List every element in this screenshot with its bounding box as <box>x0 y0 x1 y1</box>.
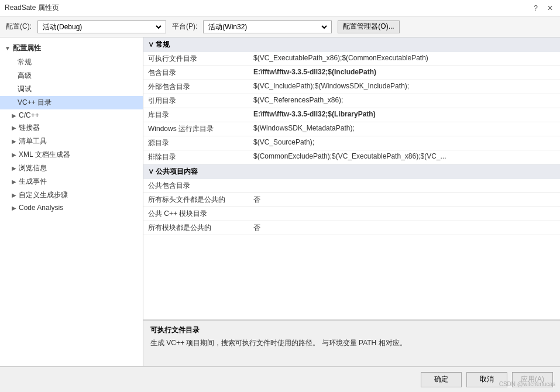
prop-value-include: E:\fftw\fftw-3.3.5-dll32;$(IncludePath) <box>249 66 560 80</box>
description-text: 生成 VC++ 项目期间，搜索可执行文件时使用的路径。 与环境变量 PATH 相… <box>150 338 553 349</box>
description-panel: 可执行文件目录 生成 VC++ 项目期间，搜索可执行文件时使用的路径。 与环境变… <box>143 319 560 366</box>
code-analysis-chevron: ▶ <box>12 205 16 211</box>
prop-name-exclude: 排除目录 <box>143 150 249 164</box>
ok-button[interactable]: 确定 <box>421 372 462 387</box>
description-title: 可执行文件目录 <box>150 325 553 335</box>
right-panel: ∨ 常规 可执行文件目录 $(VC_ExecutablePath_x86);$(… <box>143 37 560 366</box>
xml-chevron: ▶ <box>12 152 16 158</box>
config-select[interactable]: 活动(Debug) <box>40 22 163 32</box>
browse-chevron: ▶ <box>12 165 16 171</box>
build-chevron: ▶ <box>12 178 16 185</box>
sidebar-item-vcpp-dirs[interactable]: VC++ 目录 <box>0 96 143 109</box>
prop-name-all-modules: 所有模块都是公共的 <box>143 221 249 235</box>
main-content: ▼ 配置属性 常规 高级 调试 VC++ 目录 ▶ C/C++ ▶ 链接器 ▶ … <box>0 37 560 366</box>
config-dropdown[interactable]: 活动(Debug) <box>37 20 166 33</box>
prop-value-source: $(VC_SourcePath); <box>249 136 560 150</box>
prop-name-pub-module: 公共 C++ 模块目录 <box>143 207 249 221</box>
title-bar: ReadSate 属性页 ? ✕ <box>0 0 560 16</box>
prop-value-pub-include <box>249 179 560 193</box>
sidebar-item-debug[interactable]: 调试 <box>0 82 143 96</box>
sidebar-item-browse[interactable]: ▶ 浏览信息 <box>0 161 143 175</box>
cpp-label: C/C++ <box>19 111 39 119</box>
custom-chevron: ▶ <box>12 192 16 198</box>
prop-value-pub-module <box>249 207 560 221</box>
sidebar-item-custom-build[interactable]: ▶ 自定义生成步骤 <box>0 188 143 202</box>
prop-value-executable: $(VC_ExecutablePath_x86);$(CommonExecuta… <box>249 52 560 66</box>
prop-name-source: 源目录 <box>143 136 249 150</box>
cancel-button[interactable]: 取消 <box>466 372 507 387</box>
window-title: ReadSate 属性页 <box>5 3 59 13</box>
prop-value-all-headers: 否 <box>249 193 560 207</box>
sidebar-item-xml-doc[interactable]: ▶ XML 文档生成器 <box>0 148 143 161</box>
linker-chevron: ▶ <box>12 125 16 131</box>
title-bar-buttons: ? ✕ <box>531 4 555 12</box>
cpp-chevron: ▶ <box>12 112 16 119</box>
prop-public-module-dirs[interactable]: 公共 C++ 模块目录 <box>143 207 560 221</box>
sidebar-item-cpp[interactable]: ▶ C/C++ <box>0 109 143 121</box>
linker-label: 链接器 <box>19 123 40 133</box>
platform-dropdown[interactable]: 活动(Win32) <box>203 20 332 33</box>
config-label: 配置(C): <box>6 22 32 32</box>
sidebar-root-label: 配置属性 <box>13 43 41 53</box>
prop-value-ext-include: $(VC_IncludePath);$(WindowsSDK_IncludePa… <box>249 80 560 94</box>
config-bar: 配置(C): 活动(Debug) 平台(P): 活动(Win32) 配置管理器(… <box>0 16 560 37</box>
properties-grid: ∨ 常规 可执行文件目录 $(VC_ExecutablePath_x86);$(… <box>143 37 560 235</box>
prop-name-winruntime: Windows 运行库目录 <box>143 122 249 136</box>
prop-include-dirs[interactable]: 包含目录 E:\fftw\fftw-3.3.5-dll32;$(IncludeP… <box>143 66 560 80</box>
prop-name-ext-include: 外部包含目录 <box>143 80 249 94</box>
xml-label: XML 文档生成器 <box>19 150 70 160</box>
sidebar-item-advanced[interactable]: 高级 <box>0 69 143 82</box>
prop-library-dirs[interactable]: 库目录 E:\fftw\fftw-3.3.5-dll32;$(LibraryPa… <box>143 108 560 122</box>
prop-public-include[interactable]: 公共包含目录 <box>143 179 560 193</box>
sidebar-item-general[interactable]: 常规 <box>0 56 143 69</box>
prop-name-library: 库目录 <box>143 108 249 122</box>
platform-label: 平台(P): <box>172 22 197 32</box>
section-general-label: 常规 <box>156 40 170 49</box>
sidebar-item-build-events[interactable]: ▶ 生成事件 <box>0 175 143 188</box>
help-button[interactable]: ? <box>531 4 540 12</box>
prop-executable-dirs[interactable]: 可执行文件目录 $(VC_ExecutablePath_x86);$(Commo… <box>143 52 560 66</box>
sidebar-item-linker[interactable]: ▶ 链接器 <box>0 121 143 135</box>
browse-label: 浏览信息 <box>19 163 47 173</box>
close-button[interactable]: ✕ <box>545 4 555 12</box>
root-chevron: ▼ <box>5 45 11 51</box>
prop-all-headers-public[interactable]: 所有标头文件都是公共的 否 <box>143 193 560 207</box>
prop-name-reference: 引用目录 <box>143 94 249 108</box>
manifest-chevron: ▶ <box>12 138 16 145</box>
footer: 确定 取消 应用(A) <box>0 366 560 392</box>
config-manager-button[interactable]: 配置管理器(O)... <box>338 20 399 33</box>
sidebar-item-manifest[interactable]: ▶ 清单工具 <box>0 135 143 148</box>
prop-value-winruntime: $(WindowsSDK_MetadataPath); <box>249 122 560 136</box>
prop-name-executable: 可执行文件目录 <box>143 52 249 66</box>
code-analysis-label: Code Analysis <box>19 204 63 212</box>
prop-exclude-dirs[interactable]: 排除目录 $(CommonExcludePath);$(VC_Executabl… <box>143 150 560 164</box>
sidebar-item-code-analysis[interactable]: ▶ Code Analysis <box>0 202 143 214</box>
prop-value-all-modules: 否 <box>249 221 560 235</box>
section-header-general: ∨ 常规 <box>143 37 560 52</box>
prop-external-include[interactable]: 外部包含目录 $(VC_IncludePath);$(WindowsSDK_In… <box>143 80 560 94</box>
prop-value-exclude: $(CommonExcludePath);$(VC_ExecutablePath… <box>249 150 560 164</box>
manifest-label: 清单工具 <box>19 136 47 146</box>
section-public-label: 公共项目内容 <box>156 167 198 176</box>
apply-button[interactable]: 应用(A) <box>512 372 553 387</box>
platform-select[interactable]: 活动(Win32) <box>206 22 329 32</box>
prop-source-dirs[interactable]: 源目录 $(VC_SourcePath); <box>143 136 560 150</box>
sidebar: ▼ 配置属性 常规 高级 调试 VC++ 目录 ▶ C/C++ ▶ 链接器 ▶ … <box>0 37 143 366</box>
properties-table: ∨ 常规 可执行文件目录 $(VC_ExecutablePath_x86);$(… <box>143 37 560 319</box>
prop-name-pub-include: 公共包含目录 <box>143 179 249 193</box>
sidebar-root: ▼ 配置属性 <box>0 41 143 56</box>
section-general-icon: ∨ <box>148 40 156 49</box>
section-header-public: ∨ 公共项目内容 <box>143 164 560 180</box>
prop-value-library: E:\fftw\fftw-3.3.5-dll32;$(LibraryPath) <box>249 108 560 122</box>
prop-name-all-headers: 所有标头文件都是公共的 <box>143 193 249 207</box>
custom-label: 自定义生成步骤 <box>19 190 68 200</box>
prop-name-include: 包含目录 <box>143 66 249 80</box>
prop-reference-dirs[interactable]: 引用目录 $(VC_ReferencesPath_x86); <box>143 94 560 108</box>
prop-value-reference: $(VC_ReferencesPath_x86); <box>249 94 560 108</box>
prop-windows-runtime[interactable]: Windows 运行库目录 $(WindowsSDK_MetadataPath)… <box>143 122 560 136</box>
build-label: 生成事件 <box>19 177 47 187</box>
section-public-icon: ∨ <box>148 167 156 176</box>
prop-all-modules-public[interactable]: 所有模块都是公共的 否 <box>143 221 560 235</box>
